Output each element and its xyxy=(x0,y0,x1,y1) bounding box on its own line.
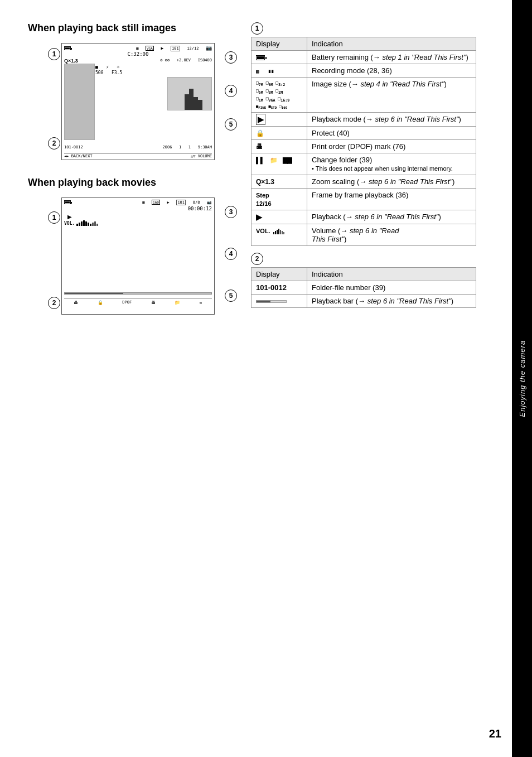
print-icon: 🖶 xyxy=(256,143,263,151)
folder-indication: Change folder (39) • This does not appea… xyxy=(307,153,476,175)
label-2-movie: 2 xyxy=(48,297,60,309)
label-5-still: 5 xyxy=(225,118,237,131)
table2-col-indication: Indication xyxy=(307,268,476,281)
vol-indication: Volume (→ step 6 in "ReadThis First") xyxy=(307,224,476,246)
still-date: 2006 1 1 9:30AM xyxy=(162,145,212,150)
section-2-heading: 2 xyxy=(251,253,263,265)
protect-icon: 🔒 xyxy=(256,129,264,137)
playback-arrow-icon: ▶ xyxy=(256,114,265,125)
table-row: Step12/16 Frame by frame playback (36) xyxy=(252,189,476,210)
movie-top-icons: ▦ 160 ▶ 101 8/8 📷 xyxy=(142,200,212,205)
still-timer: C:32:00 xyxy=(128,51,149,57)
table1-col-display: Display xyxy=(252,37,307,51)
filenum-text: 101-0012 xyxy=(256,283,287,292)
still-file-num: 101-0012 xyxy=(64,145,83,150)
folder-note: • This does not appear when using intern… xyxy=(312,165,453,172)
movie-battery-icon xyxy=(64,200,71,205)
step-text: Step12/16 xyxy=(256,192,272,207)
table2-col-display: Display xyxy=(252,268,307,281)
vol-display: VOL. xyxy=(252,224,307,246)
svg-rect-2 xyxy=(194,97,198,110)
label-3-movie: 3 xyxy=(225,206,237,218)
label-1-movie: 1 xyxy=(48,211,60,224)
play-triangle-icon: ▶ xyxy=(256,213,262,221)
movies-title: When playing back movies xyxy=(28,177,234,189)
page-number: 21 xyxy=(489,727,501,740)
label-2-still: 2 xyxy=(48,137,60,150)
vol-label: VOL. xyxy=(256,228,270,234)
zoom-indication: Zoom scaling (→ step 6 in "Read This Fir… xyxy=(307,175,476,189)
label-3-still: 3 xyxy=(225,51,237,64)
svg-rect-1 xyxy=(189,89,194,110)
playmode-display: ▶ xyxy=(252,113,307,127)
movie-vol-label: VOL. xyxy=(64,221,75,226)
playbar-indication: Playback bar (→ step 6 in "Read This Fir… xyxy=(307,295,476,308)
still-shutter-aperture: 500 F3.5 xyxy=(95,70,122,75)
still-diagram-wrapper: 1 2 ▦ VGA ▶ xyxy=(45,43,234,160)
movie-vol-bars xyxy=(76,220,98,226)
table-row: Playback bar (→ step 6 in "Read This Fir… xyxy=(252,295,476,308)
still-volume: △▽ VOLUME xyxy=(191,154,212,158)
movie-icon-print: 🖶 xyxy=(74,300,78,305)
table-row: 🔒 Protect (40) xyxy=(252,127,476,140)
table-row: 🖶 Print order (DPOF) mark (76) xyxy=(252,140,476,153)
label-5-movie: 5 xyxy=(225,290,237,302)
filenum-indication: Folder-file number (39) xyxy=(307,281,476,295)
playback-bar-icon xyxy=(256,300,287,303)
table-row: ▩ ∎∎ Recording mode (28, 36) xyxy=(252,64,476,78)
movie-icon-print2: 🖶 xyxy=(151,300,156,305)
svg-rect-0 xyxy=(185,94,189,110)
imagesize-indication: Image size (→ step 4 in "Read This First… xyxy=(307,78,476,113)
filenum-display: 101-0012 xyxy=(252,281,307,295)
movie-icon-lock: 🔒 xyxy=(98,300,103,305)
table-row: ▌▌ 📁 ▇▇ Change folder (39) • This does n… xyxy=(252,153,476,175)
right-column: 1 Display Indication xyxy=(251,22,476,308)
battery-indication: Battery remaining (→ step 1 in "Read Thi… xyxy=(307,51,476,64)
folder-icons: ▌▌ 📁 ▇▇ xyxy=(256,157,292,163)
table-row: □7M □6M □3:2 □5M □3M □2M □1M □VGA □16:9 … xyxy=(252,78,476,113)
recmode-indication: Recording mode (28, 36) xyxy=(307,64,476,78)
imagesize-icons-row4: ■FINE ■STD □160 xyxy=(256,104,287,109)
still-battery-icon xyxy=(64,46,71,51)
table-row: Q×1.3 Zoom scaling (→ step 6 in "Read Th… xyxy=(252,175,476,189)
table-row: 101-0012 Folder-file number (39) xyxy=(252,281,476,295)
label-1-still-top: 1 xyxy=(48,48,60,60)
still-images-title: When playing back still images xyxy=(28,22,234,34)
print-indication: Print order (DPOF) mark (76) xyxy=(307,140,476,153)
protect-display: 🔒 xyxy=(252,127,307,140)
folder-display: ▌▌ 📁 ▇▇ xyxy=(252,153,307,175)
imagesize-icons-row1: □7M □6M □3:2 xyxy=(256,80,285,85)
still-back-next: ◄► BACK/NEXT xyxy=(64,154,93,158)
movie-icon-folder: 📁 xyxy=(175,300,180,305)
movies-section: When playing back movies 1 2 xyxy=(28,177,234,320)
battery-display xyxy=(252,51,307,64)
movie-timer: 00:00:12 xyxy=(188,206,212,211)
chapter-tab: Enjoying the camera xyxy=(512,0,532,757)
still-camera-diagram: ▦ VGA ▶ 101 12/12 📷 C:32:00 xyxy=(61,43,215,160)
imagesize-icons-row3: □1M □VGA □16:9 xyxy=(256,96,289,101)
label-4-movie: 4 xyxy=(225,248,237,260)
print-display: 🖶 xyxy=(252,140,307,153)
table-row: Battery remaining (→ step 1 in "Read Thi… xyxy=(252,51,476,64)
zoom-icon: Q×1.3 xyxy=(256,178,274,186)
still-mode-icons: ▦ VGA ▶ 101 12/12 📷 xyxy=(136,45,212,51)
still-ev-iso: ⚙ ⚙⚙ +2.0EV ISO400 xyxy=(160,58,212,64)
table1-col-indication: Indication xyxy=(307,37,476,51)
movie-icon-rotate: ↻ xyxy=(200,300,202,305)
table-2: Display Indication 101-0012 Folder-file … xyxy=(251,267,476,308)
table-1: Display Indication Battery remaining (→ … xyxy=(251,37,476,246)
label-4-still: 4 xyxy=(225,85,237,97)
svg-rect-3 xyxy=(198,100,202,110)
movie-camera-diagram: ▦ 160 ▶ 101 8/8 📷 00:00:12 ▶ xyxy=(61,197,215,315)
rec-mode-icons: ▩ ∎∎ xyxy=(256,69,274,74)
table-row: VOL. Volume (→ step 6 in "ReadThis xyxy=(252,224,476,246)
battery-icon xyxy=(256,55,265,60)
imagesize-icons-row2: □5M □3M □2M xyxy=(256,88,283,93)
playbar-display xyxy=(252,295,307,308)
vol-bars-icon xyxy=(273,229,284,234)
step-display: Step12/16 xyxy=(252,189,307,210)
zoom-display: Q×1.3 xyxy=(252,175,307,189)
protect-indication: Protect (40) xyxy=(307,127,476,140)
left-column: When playing back still images 1 2 xyxy=(28,22,234,331)
play-display: ▶ xyxy=(252,210,307,224)
